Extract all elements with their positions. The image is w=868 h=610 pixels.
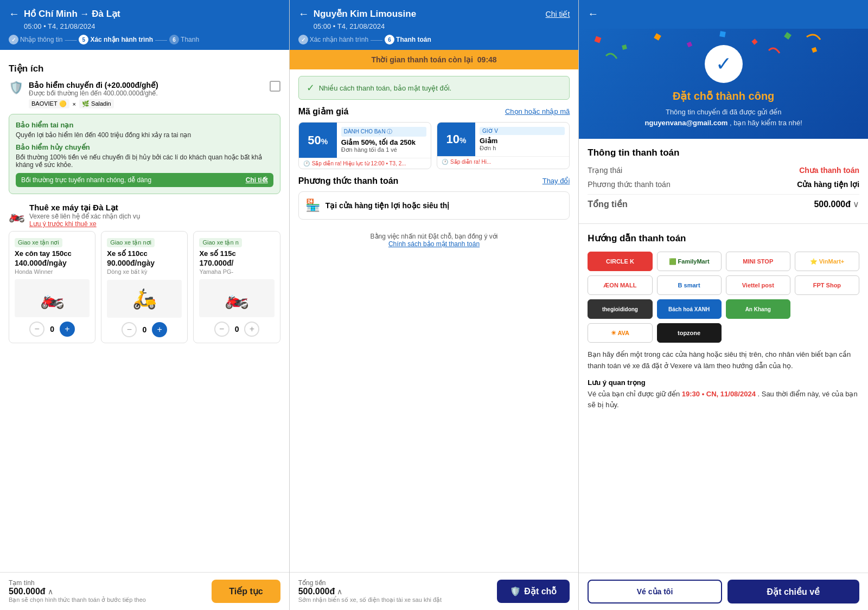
payment-info-title: Thông tin thanh toán [588, 147, 859, 158]
payment-change[interactable]: Thay đổi [542, 177, 570, 185]
store-familymart: 🟩 FamilyMart [657, 252, 722, 271]
guide-note: Lưu ý quan trọng [588, 378, 859, 387]
svg-rect-6 [784, 32, 792, 40]
bike-cards: Giao xe tận nơi Xe côn tay 150cc 140.000… [9, 231, 280, 343]
tien-ich-title: Tiện ích [9, 63, 280, 74]
bike-card-0: Giao xe tận nơi Xe côn tay 150cc 140.000… [9, 231, 95, 343]
note-text1: Vé của bạn chỉ được giữ đến [588, 390, 680, 398]
screen-3: ← ✓ Đặt chỗ thành công Thông t [579, 0, 868, 610]
screen1-subtitle: 05:00 • T4, 21/08/2024 [24, 22, 280, 30]
bike-price-2: 170.000đ/ [199, 259, 274, 267]
s2-step-1: ✓ Xác nhận hành trình [298, 35, 368, 44]
success-email: nguyenvana@gmail.com [645, 119, 728, 127]
status-label: Trạng thái [588, 166, 622, 175]
s2-step-1-circle: ✓ [298, 35, 308, 44]
bike-model-1: Dòng xe bất kỳ [107, 268, 182, 275]
coupon-img-1: 10% [437, 123, 475, 156]
increment-btn-0[interactable]: + [60, 322, 75, 337]
chi-tiet-header[interactable]: Chi tiết [546, 10, 570, 18]
payment-section: Phương thức thanh toán Thay đổi 🏪 Tại cử… [290, 176, 579, 226]
price-section: Tạm tính 500.000đ ∧ Bạn sẽ chọn hình thứ… [9, 579, 146, 603]
coupon-name-0: Giảm 50%, tối đa 250k [341, 138, 426, 146]
continue-button[interactable]: Tiếp tục [212, 580, 280, 603]
bike-model-2: Yamaha PG- [199, 268, 274, 275]
price-sub: Bạn sẽ chọn hình thức thanh toán ở bước … [9, 596, 146, 603]
insurance-checkbox[interactable] [270, 81, 280, 92]
step-1-circle: ✓ [9, 35, 18, 44]
coupon-footer-text-0: Sắp diễn ra! Hiệu lực từ 12:00 • T3, 2..… [312, 160, 406, 166]
back-button-s1[interactable]: ← [9, 8, 20, 20]
s2-step-2: 6 Thanh toán [385, 35, 431, 44]
screen2-title: Nguyễn Kim Limousine [314, 8, 416, 20]
s2-step-1-label: Xác nhận hành trình [310, 36, 368, 43]
dat-chieu-ve-button[interactable]: Đặt chiều về [727, 580, 859, 603]
progress-steps-s2: ✓ Xác nhận hành trình —— 6 Thanh toán [298, 35, 570, 44]
clock-icon-1: 🕐 [442, 159, 448, 165]
increment-btn-2[interactable]: + [244, 322, 259, 337]
agree-link[interactable]: Chính sách bảo mật thanh toán [388, 240, 480, 248]
info-msg: Nhiều cách thanh toán, bảo mật tuyệt đối… [319, 84, 452, 92]
dat-cho-label: Đặt chỗ [524, 586, 557, 596]
store-icon: 🏪 [305, 198, 320, 213]
store-vinmart: ⭐ VinMart+ [795, 252, 859, 271]
bike-rental-link[interactable]: Lưu ý trước khi thuê xe [29, 220, 141, 228]
bike-name-1: Xe số 110cc [107, 249, 182, 258]
success-desc: Thông tin chuyến đi đã được gửi đến nguy… [590, 107, 857, 128]
bike-price-1: 90.000đ/ngày [107, 259, 182, 267]
increment-btn-1[interactable]: + [152, 322, 167, 337]
coupon-title: Mã giảm giá [298, 106, 349, 117]
screen2-subtitle: 05:00 • T4, 21/08/2024 [314, 22, 570, 30]
step-3-label: Thanh [181, 36, 199, 43]
guide-note-text: Vé của bạn chỉ được giữ đến 19:30 • CN, … [588, 389, 859, 412]
bike-img-2: 🏍️ [199, 279, 274, 317]
bike-badge-2: Giao xe tận n [199, 238, 241, 247]
coupon-card-1[interactable]: 10% GIỜ V Giảm Đơn h 🕐 Sắp diễn ra! Hi..… [437, 122, 570, 169]
s2-price-sub: Sớm nhận biển số xe, số điện thoại tài x… [298, 596, 442, 603]
decrement-btn-1[interactable]: − [122, 322, 137, 337]
coupon-card-0[interactable]: 50% DÀNH CHO BẠN ⓘ Giảm 50%, tối đa 250k… [298, 122, 431, 169]
svg-rect-7 [812, 47, 817, 53]
chi-tiet-link[interactable]: Chi tiết [246, 176, 268, 184]
total-value: 500.000đ [814, 200, 851, 209]
store-ankham: An Khang [726, 299, 790, 319]
payment-header: Phương thức thanh toán Thay đổi [298, 176, 570, 186]
ve-cua-toi-button[interactable]: Vé của tôi [588, 580, 722, 603]
coupon-link[interactable]: Chọn hoặc nhập mã [505, 107, 570, 115]
method-row: Phương thức thanh toán Cửa hàng tiện lợi [588, 180, 859, 189]
success-banner: ✓ Đặt chỗ thành công Thông tin chuyến đi… [579, 29, 868, 139]
screen-2: ← Nguyễn Kim Limousine Chi tiết 05:00 • … [290, 0, 579, 610]
store-bichxanh: Bách hoá XANH [657, 299, 722, 319]
success-check-icon: ✓ [705, 45, 743, 83]
decrement-btn-0[interactable]: − [29, 322, 44, 337]
back-button-s3[interactable]: ← [588, 8, 598, 20]
bike-card-1: Giao xe tận nơi Xe số 110cc 90.000đ/ngày… [101, 231, 188, 343]
baoviet-logo: BAOVIET 🟡 [29, 99, 69, 108]
status-row: Trạng thái Chưa thanh toán [588, 166, 859, 175]
bike-card-2: Giao xe tận n Xe số 115c 170.000đ/ Yamah… [193, 231, 280, 343]
store-viettelpost: Viettel post [726, 275, 790, 295]
step-3-circle: 6 [169, 35, 179, 44]
coupon-cards: 50% DÀNH CHO BẠN ⓘ Giảm 50%, tối đa 250k… [298, 122, 570, 169]
step-2-label: Xác nhận hành trình [90, 36, 153, 43]
info-green: ✓ Nhiều cách thanh toán, bảo mật tuyệt đ… [298, 76, 570, 100]
bike-counter-2: − 0 + [199, 322, 274, 337]
s2-price-section: Tổng tiền 500.000đ ∧ Sớm nhận biển số xe… [298, 579, 442, 603]
svg-rect-4 [720, 31, 726, 37]
screen1-body: Tiện ích 🛡️ Bảo hiểm chuyến đi (+20.000đ… [0, 50, 289, 546]
insurance-row: 🛡️ Bảo hiểm chuyến đi (+20.000đ/ghế) Đượ… [9, 81, 280, 108]
store-topzone: topzone [657, 323, 722, 343]
shield-icon-btn: 🛡️ [510, 586, 521, 596]
decrement-btn-2[interactable]: − [214, 322, 229, 337]
screen3-body: Thông tin thanh toán Trạng thái Chưa tha… [579, 139, 868, 564]
back-button-s2[interactable]: ← [298, 8, 309, 20]
dat-cho-button[interactable]: 🛡️ Đặt chỗ [497, 580, 570, 603]
coupon-footer-1: 🕐 Sắp diễn ra! Hi... [437, 156, 569, 167]
coupon-desc-1: Đơn h [480, 145, 565, 152]
insurance-title: Bảo hiểm chuyến đi (+20.000đ/ghế) [29, 81, 158, 89]
store-ministop: MINI STOP [726, 252, 790, 271]
shield-icon: 🛡️ [9, 81, 23, 95]
guide-title: Hướng dẫn thanh toán [588, 233, 859, 244]
price-amount: 500.000đ [9, 587, 46, 596]
agree-desc: Bằng việc nhấn nút Đặt chỗ, bạn đồng ý v… [371, 233, 498, 240]
coupon-header: Mã giảm giá Chọn hoặc nhập mã [298, 106, 570, 117]
